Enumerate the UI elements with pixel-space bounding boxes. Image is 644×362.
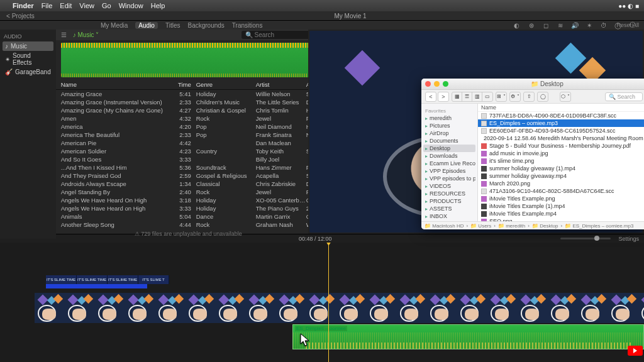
stabilize-icon[interactable]: ≋ <box>556 21 564 30</box>
volume-icon[interactable]: 🔊 <box>570 21 579 30</box>
table-row[interactable]: American Soldier4:23CountryToby KeithSt <box>56 147 321 155</box>
close-icon[interactable] <box>425 81 431 87</box>
finder-path-bar[interactable]: 📁 Macintosh HD › 📁 Users › 📁 meredith › … <box>421 221 644 229</box>
video-thumbnail[interactable] <box>246 293 276 323</box>
table-row[interactable]: Angels We Have Heard On High3:18HolidayX… <box>56 196 321 204</box>
title-background-clip[interactable] <box>46 284 147 288</box>
name-column[interactable]: Name <box>478 104 644 112</box>
song-list[interactable]: Amazing Grace5:41HolidayWillie NelsonSeA… <box>56 90 321 229</box>
col-name[interactable]: Name <box>61 81 171 88</box>
audio-clip[interactable]: ES_Dimples – oomiee <box>292 324 644 349</box>
timeline[interactable]: IT'S SLIME TIME IT'S SLIME TIME IT'S SLI… <box>0 243 644 362</box>
table-row[interactable]: America4:20PopNeil DiamondH <box>56 123 321 131</box>
menu-edit[interactable]: Edit <box>60 2 72 9</box>
tab-transitions[interactable]: Transitions <box>232 22 263 29</box>
icon-view-icon[interactable]: ▦ <box>452 92 462 101</box>
menu-window[interactable]: Window <box>119 2 143 9</box>
file-row[interactable]: Stage 5 - Build Your Business - Membersh… <box>478 142 644 150</box>
dropbox-button[interactable]: ⬡ ˅ <box>560 92 571 102</box>
sidebar-item[interactable]: ▸PRODUCTS <box>423 197 475 205</box>
file-row[interactable]: iMovie Titles Example (1).mp4 <box>478 202 644 210</box>
sidebar-item[interactable]: ▸Downloads <box>423 152 475 160</box>
gallery-view-icon[interactable]: ▭ <box>482 92 492 101</box>
list-view-icon[interactable]: ☰ <box>60 31 68 39</box>
table-row[interactable]: Amazing Grace (Instrumental Version)2:33… <box>56 98 321 106</box>
video-thumbnail[interactable] <box>457 293 487 323</box>
menu-extras[interactable]: ●● ◐ ■ <box>618 3 639 9</box>
file-row[interactable]: 2020-09-14 12.58.46 Meredith Marsh's Per… <box>478 134 644 142</box>
zoom-slider[interactable] <box>560 238 611 239</box>
table-row[interactable]: Amazing Grace5:41HolidayWillie NelsonSe <box>56 90 321 98</box>
tab-my-media[interactable]: My Media <box>101 22 128 29</box>
view-switcher[interactable]: ▦ ☰ ▥ ▭ <box>452 92 493 102</box>
table-row[interactable]: And They Praised God2:59Gospel & Religio… <box>56 172 321 180</box>
title-clip[interactable]: IT'S SLIME T <box>138 275 169 284</box>
table-row[interactable]: ...And Then I Kissed Him5:36SoundtrackHa… <box>56 163 321 172</box>
title-clip[interactable]: IT'S SLIME TIME <box>108 275 138 284</box>
file-row[interactable]: ES_Dimples – oomiee.mp3 <box>478 119 644 127</box>
sidebar-item[interactable]: ▸VPP episodes to pu… <box>423 175 475 182</box>
timeline-settings[interactable]: Settings <box>618 236 639 242</box>
finder-titlebar[interactable]: 📁 Desktop <box>421 79 644 90</box>
share-button[interactable]: ⇧ <box>523 92 535 102</box>
sidebar-item[interactable]: ▸Pictures <box>423 122 475 129</box>
table-row[interactable]: America The Beautiful2:33PopFrank Sinatr… <box>56 131 321 139</box>
file-row[interactable]: add music in imovie.jpg <box>478 150 644 157</box>
sidebar-music[interactable]: ♪ Music <box>3 41 53 51</box>
sidebar-item[interactable]: ▸AirDrop <box>423 129 475 137</box>
menu-file[interactable]: File <box>42 2 53 9</box>
video-thumbnail[interactable] <box>125 293 155 323</box>
menu-go[interactable]: Go <box>102 2 111 9</box>
video-thumbnail[interactable] <box>35 293 65 323</box>
video-thumbnail[interactable] <box>487 293 518 323</box>
col-artist[interactable]: Artist <box>256 81 306 88</box>
file-row[interactable]: summer holiday giveaway (1).mp4 <box>478 165 644 172</box>
speed-icon[interactable]: ⏱ <box>599 21 608 30</box>
table-row[interactable]: American Pie4:42Dan Maclean <box>56 139 321 147</box>
video-thumbnail[interactable] <box>397 293 427 323</box>
col-genre[interactable]: Genre <box>196 81 256 88</box>
crop-icon[interactable]: ◻ <box>541 21 550 30</box>
file-row[interactable]: iMovie Titles Example.png <box>478 195 644 202</box>
tab-titles[interactable]: Titles <box>165 22 180 29</box>
forward-button[interactable]: > <box>438 92 449 102</box>
file-row[interactable]: iMovie Titles Example.mp4 <box>478 210 644 217</box>
video-track[interactable] <box>35 293 644 323</box>
finder-window[interactable]: 📁 Desktop < > ▦ ☰ ▥ ▭ ⊞ ˅ ⚙ ˅ ⇧ ◯ ⬡ ˅ 🔍 … <box>421 79 644 229</box>
app-name[interactable]: Finder <box>13 2 34 9</box>
video-thumbnail[interactable] <box>578 293 608 323</box>
sidebar-item[interactable]: ▸VPP Episodes <box>423 167 475 175</box>
table-row[interactable]: Angels We Have Heard on High3:33HolidayT… <box>56 204 321 212</box>
browser-search[interactable]: 🔍 Search <box>242 31 317 39</box>
zoom-icon[interactable] <box>443 81 448 87</box>
menu-help[interactable]: Help <box>151 2 165 9</box>
file-row[interactable]: it's slime time.png <box>478 157 644 165</box>
tab-audio[interactable]: Audio <box>135 22 158 29</box>
file-row[interactable]: 471A3106-9C10-446C-802C-5884DA67C64E.scc <box>478 187 644 195</box>
back-button[interactable]: < <box>425 92 436 102</box>
video-thumbnail[interactable] <box>95 293 125 323</box>
sidebar-item[interactable]: ▸RESOURCES <box>423 190 475 197</box>
table-row[interactable]: Angel Standing By2:40RockJewelPi <box>56 188 321 196</box>
projects-back[interactable]: < Projects <box>0 13 57 19</box>
finder-sidebar[interactable]: Favorites ▸meredith▸Pictures▸AirDrop▸Doc… <box>421 104 478 221</box>
table-row[interactable]: Androids Always Escape1:34ClassicalChris… <box>56 180 321 188</box>
video-thumbnail[interactable] <box>155 293 186 323</box>
video-thumbnail[interactable] <box>276 293 306 323</box>
table-header[interactable]: Name Time Genre Artist Al <box>56 80 321 90</box>
sidebar-item[interactable]: ▸meredith <box>423 114 475 122</box>
column-view-icon[interactable]: ▥ <box>472 92 482 101</box>
title-clip[interactable]: IT'S SLIME TIME <box>46 275 77 284</box>
video-thumbnail[interactable] <box>548 293 578 323</box>
sidebar-item[interactable]: ▸VIDEOS <box>423 182 475 190</box>
table-row[interactable]: And So It Goes3:33Billy Joel <box>56 155 321 163</box>
file-row[interactable]: 737FAE18-DD8A-4D90-8DE4-01D09B4FC38F.scc <box>478 112 644 119</box>
finder-file-list[interactable]: Name 737FAE18-DD8A-4D90-8DE4-01D09B4FC38… <box>478 104 644 221</box>
tags-button[interactable]: ◯ <box>537 92 548 102</box>
video-thumbnail[interactable] <box>186 293 216 323</box>
browser-breadcrumb[interactable]: ♪ Music ˅ <box>73 31 99 38</box>
video-thumbnail[interactable] <box>306 293 336 323</box>
sidebar-item[interactable]: ▸INBOX <box>423 212 475 220</box>
list-view-icon[interactable]: ☰ <box>462 92 472 101</box>
finder-search[interactable]: 🔍 Search <box>605 92 643 101</box>
